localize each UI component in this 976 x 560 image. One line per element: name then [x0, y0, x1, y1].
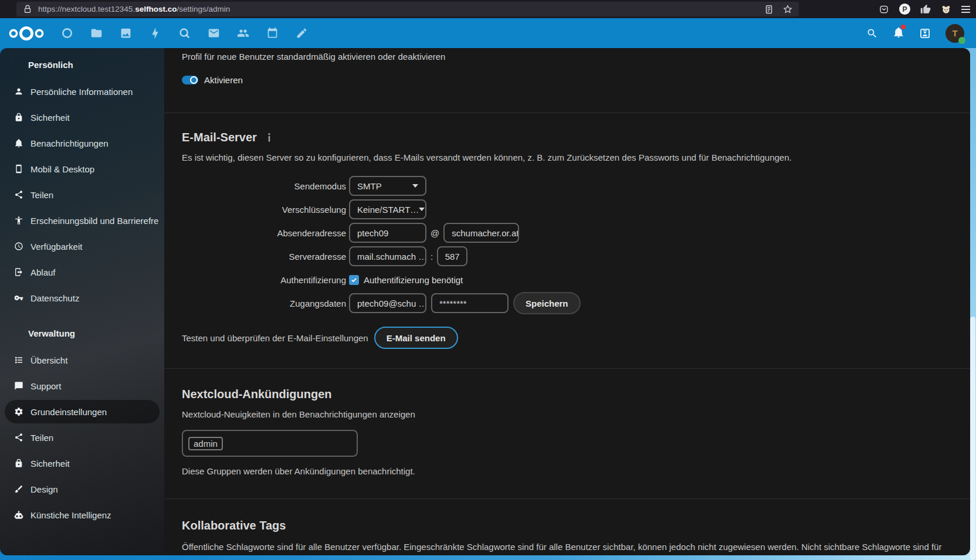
notifications-button[interactable] — [893, 26, 904, 40]
url-bar[interactable]: https://nextcloud.test12345.selfhost.co/… — [16, 2, 799, 16]
sidebar-item-label: Sicherheit — [30, 113, 70, 123]
smtp-port-input[interactable]: 587 — [437, 246, 467, 266]
auth-required-checkbox[interactable] — [349, 275, 359, 285]
profile-toggle[interactable] — [182, 76, 198, 84]
thumb-up-extension-icon[interactable] — [920, 4, 931, 15]
save-credentials-button[interactable]: Speichern — [513, 292, 581, 314]
list-icon — [14, 355, 23, 365]
sidebar-item-label: Datenschutz — [30, 293, 79, 303]
dashboard-app-icon[interactable] — [61, 27, 73, 39]
sidebar-item-label: Sicherheit — [30, 459, 70, 469]
encryption-select[interactable]: Keine/START… — [349, 199, 426, 219]
credentials-label: Zugangsdaten — [182, 298, 349, 308]
notification-dot — [901, 25, 906, 29]
settings-sidebar: PersönlichPersönliche InformationenSiche… — [0, 48, 164, 555]
sidebar-item-ai[interactable]: Künstiche Intelligenz — [5, 503, 160, 527]
hamster-addon-icon[interactable] — [941, 4, 951, 15]
sidebar-item-support[interactable]: Support — [5, 374, 160, 398]
brush-icon — [14, 484, 23, 494]
smtp-host-input[interactable]: mail.schumach … — [349, 246, 426, 266]
browser-toolbar: https://nextcloud.test12345.selfhost.co/… — [0, 0, 976, 18]
menu-icon[interactable] — [961, 6, 970, 13]
profile-description: Profil für neue Benutzer standardmäßig a… — [182, 52, 953, 62]
sidebar-item-overview[interactable]: Übersicht — [5, 348, 160, 372]
smtp-port-value: 587 — [445, 252, 460, 262]
from-address-row: Absenderadresse ptech09 @ schumacher.or.… — [182, 221, 953, 245]
contacts-app-icon[interactable] — [237, 27, 249, 39]
sidebar-item-appearance-accessibility[interactable]: Erscheinungsbild und Barrierefre… — [5, 209, 160, 232]
sidebar-item-sharing[interactable]: Teilen — [5, 183, 160, 206]
sidebar-item-label: Mobil & Desktop — [30, 164, 94, 174]
port-separator: : — [431, 252, 433, 262]
from-address-label: Absenderadresse — [182, 228, 349, 238]
app-menu — [61, 27, 308, 39]
smtp-password-input[interactable]: ******** — [431, 293, 509, 313]
sidebar-item-admin-security[interactable]: Sicherheit — [5, 452, 160, 475]
lock-icon — [14, 113, 23, 122]
pocket-icon[interactable] — [879, 4, 889, 15]
mail-app-icon[interactable] — [208, 27, 220, 39]
test-email-text: Testen und überprüfen der E-Mail-Einstel… — [182, 333, 368, 343]
server-address-label: Serveradresse — [182, 252, 349, 262]
send-test-email-button[interactable]: E-Mail senden — [374, 327, 458, 349]
sidebar-item-basic-settings[interactable]: Grundeinstellungen — [5, 400, 160, 423]
activity-app-icon[interactable] — [149, 27, 161, 39]
sidebar-item-label: Benachrichtigungen — [30, 138, 109, 148]
settings-app: PersönlichPersönliche InformationenSiche… — [0, 48, 970, 555]
sidebar-item-availability[interactable]: Verfügbarkeit — [5, 235, 160, 258]
notes-app-icon[interactable] — [296, 27, 308, 39]
email-server-form: Sendemodus SMTP Verschlüsselung Keine/ST… — [182, 174, 953, 315]
contacts-menu-icon[interactable] — [919, 28, 931, 39]
encryption-label: Verschlüsselung — [182, 205, 349, 215]
nextcloud-logo-icon[interactable] — [8, 25, 45, 42]
profile-toggle-row[interactable]: Aktivieren — [182, 73, 953, 86]
sidebar-item-privacy[interactable]: Datenschutz — [5, 286, 160, 310]
credentials-row: Zugangsdaten ptech09@schu … ******** Spe… — [182, 291, 953, 315]
privacy-badger-icon[interactable]: P — [899, 4, 910, 15]
announcements-hint: Diese Gruppen werden über Ankündigungen … — [182, 466, 953, 476]
avatar[interactable]: T — [946, 24, 964, 43]
info-icon[interactable] — [266, 133, 272, 142]
server-address-row: Serveradresse mail.schumach … : 587 — [182, 245, 953, 268]
sidebar-item-admin-sharing[interactable]: Teilen — [5, 426, 160, 449]
encryption-row: Verschlüsselung Keine/START… — [182, 198, 953, 221]
avatar-initial: T — [952, 28, 957, 38]
sidebar-item-label: Design — [30, 484, 58, 494]
announcement-groups-input[interactable]: admin — [182, 430, 358, 457]
section-divider — [164, 113, 970, 113]
group-chip-admin[interactable]: admin — [188, 437, 223, 450]
bookmark-star-icon[interactable] — [782, 4, 793, 15]
sidebar-item-label: Ablauf — [30, 267, 56, 277]
smtp-host-value: mail.schumach … — [357, 252, 426, 262]
account-icon — [14, 87, 23, 96]
calendar-app-icon[interactable] — [266, 27, 279, 39]
smtp-password-value: ******** — [439, 298, 467, 308]
auth-checkbox-label[interactable]: Authentifizierung benötigt — [364, 275, 463, 285]
sidebar-item-label: Künstiche Intelligenz — [30, 510, 111, 520]
sidebar-item-flow[interactable]: Ablauf — [5, 260, 160, 284]
from-domain-input[interactable]: schumacher.or.at — [443, 223, 519, 243]
smtp-username-input[interactable]: ptech09@schu … — [349, 293, 426, 313]
message-icon — [14, 381, 23, 391]
smtp-username-value: ptech09@schu … — [357, 298, 426, 308]
nextcloud-header: T — [0, 18, 976, 48]
photos-app-icon[interactable] — [120, 27, 132, 39]
sidebar-item-security[interactable]: Sicherheit — [5, 106, 160, 129]
from-user-value: ptech09 — [357, 228, 388, 238]
test-email-row: Testen und überprüfen der E-Mail-Einstel… — [182, 327, 953, 349]
send-mode-select[interactable]: SMTP — [349, 176, 426, 196]
settings-content: Profil für neue Benutzer standardmäßig a… — [164, 48, 970, 555]
sidebar-item-theming[interactable]: Design — [5, 477, 160, 501]
from-user-input[interactable]: ptech09 — [349, 223, 426, 243]
send-mode-value: SMTP — [357, 181, 382, 191]
send-mode-label: Sendemodus — [182, 181, 349, 191]
reader-view-icon[interactable] — [764, 4, 774, 15]
robot-icon — [14, 510, 23, 520]
sidebar-item-notifications[interactable]: Benachrichtigungen — [5, 131, 160, 155]
files-app-icon[interactable] — [90, 27, 103, 39]
search-icon[interactable] — [866, 28, 878, 39]
sidebar-item-personal-info[interactable]: Persönliche Informationen — [5, 80, 160, 103]
page-scrollbar-thumb[interactable] — [970, 317, 975, 560]
sidebar-item-mobile-desktop[interactable]: Mobil & Desktop — [5, 157, 160, 181]
talk-app-icon[interactable] — [178, 27, 191, 39]
